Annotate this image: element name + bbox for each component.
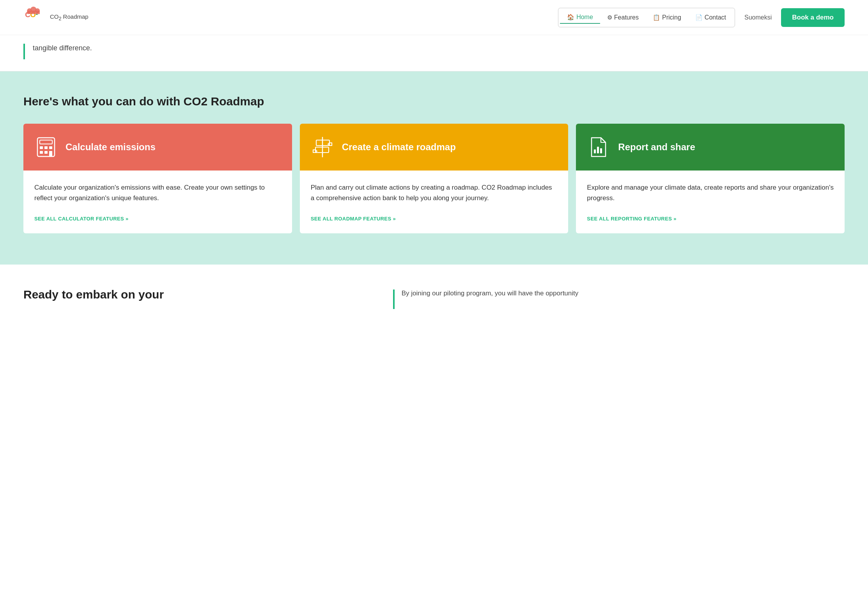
card-calculator-header: Calculate emissions — [23, 124, 292, 171]
card-roadmap: Create a climate roadmap Plan and carry … — [300, 124, 569, 233]
card-calculator-title: Calculate emissions — [66, 141, 156, 153]
svg-rect-13 — [44, 151, 48, 154]
book-demo-button[interactable]: Book a demo — [781, 8, 845, 27]
pricing-icon: 📋 — [653, 14, 660, 21]
intro-text: tangible difference. — [33, 43, 92, 53]
card-roadmap-title: Create a climate roadmap — [342, 141, 456, 153]
nav-contact[interactable]: 📄 Contact — [688, 12, 733, 23]
svg-rect-22 — [600, 148, 602, 153]
card-report-body: Explore and manage your climate data, cr… — [576, 171, 845, 233]
home-icon: 🏠 — [567, 14, 574, 21]
roadmap-features-link[interactable]: SEE ALL ROADMAP FEATURES » — [311, 216, 558, 222]
svg-rect-20 — [594, 149, 596, 153]
logo-icon: C O 2 — [23, 7, 47, 28]
card-calculator-desc: Calculate your organization's emissions … — [34, 182, 281, 203]
main-nav: 🏠 Home ⚙ Features 📋 Pricing 📄 Contact Su… — [558, 8, 845, 27]
main-section: Here's what you can do with CO2 Roadmap … — [0, 71, 868, 265]
card-roadmap-header: Create a climate roadmap — [300, 124, 569, 171]
card-calculator: Calculate emissions Calculate your organ… — [23, 124, 292, 233]
svg-rect-8 — [40, 140, 52, 144]
header: C O 2 CO2 Roadmap 🏠 Home ⚙ Features 📋 — [0, 0, 868, 35]
card-report-header: Report and share — [576, 124, 845, 171]
features-icon: ⚙ — [607, 14, 612, 21]
svg-rect-21 — [597, 147, 599, 153]
svg-rect-10 — [44, 146, 48, 149]
card-roadmap-desc: Plan and carry out climate actions by cr… — [311, 182, 558, 203]
svg-rect-12 — [40, 151, 43, 154]
intro-strip: tangible difference. — [0, 35, 868, 71]
intro-bar — [23, 44, 25, 59]
nav-box: 🏠 Home ⚙ Features 📋 Pricing 📄 Contact — [558, 8, 735, 27]
bottom-strip: Ready to embark on your By joining our p… — [0, 265, 868, 325]
nav-features[interactable]: ⚙ Features — [600, 12, 646, 23]
logo-text: CO2 Roadmap — [50, 13, 89, 22]
card-calculator-body: Calculate your organization's emissions … — [23, 171, 292, 233]
logo[interactable]: C O 2 CO2 Roadmap — [23, 7, 89, 28]
bottom-bar — [393, 290, 395, 309]
card-roadmap-body: Plan and carry out climate actions by cr… — [300, 171, 569, 233]
card-report-desc: Explore and manage your climate data, cr… — [587, 182, 834, 203]
report-icon — [587, 135, 610, 159]
svg-rect-14 — [49, 151, 52, 156]
svg-rect-9 — [40, 146, 43, 149]
card-report-title: Report and share — [618, 141, 695, 153]
cards-row: Calculate emissions Calculate your organ… — [23, 124, 845, 233]
nav-home[interactable]: 🏠 Home — [560, 11, 600, 24]
calculator-features-link[interactable]: SEE ALL CALCULATOR FEATURES » — [34, 216, 281, 222]
contact-icon: 📄 — [695, 14, 703, 21]
svg-rect-11 — [49, 146, 52, 149]
section-title: Here's what you can do with CO2 Roadmap — [23, 95, 845, 108]
nav-suomeksi[interactable]: Suomeksi — [735, 12, 781, 23]
report-features-link[interactable]: SEE ALL REPORTING FEATURES » — [587, 216, 834, 222]
bottom-right-text: By joining our piloting program, you wil… — [402, 288, 579, 298]
nav-pricing[interactable]: 📋 Pricing — [646, 12, 688, 23]
roadmap-icon — [311, 135, 334, 159]
bottom-strip-title: Ready to embark on your — [23, 288, 393, 301]
svg-rect-6 — [27, 11, 40, 14]
card-report: Report and share Explore and manage your… — [576, 124, 845, 233]
calculator-icon — [34, 135, 58, 159]
